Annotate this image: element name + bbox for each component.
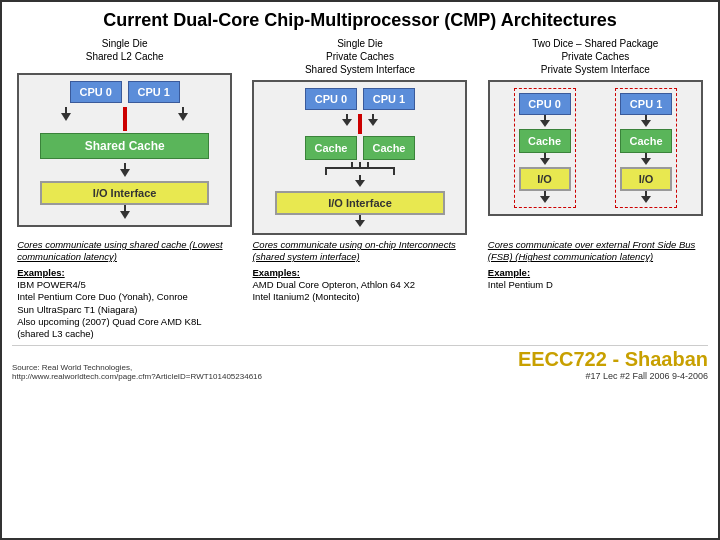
arch2-main-desc: Cores communicate using on-chip Intercon… (252, 239, 467, 264)
descriptions-container: Cores communicate using shared cache (Lo… (12, 239, 708, 341)
footer: Source: Real World Technologies, http://… (12, 345, 708, 381)
arch2-examples-label: Examples: (252, 267, 300, 278)
arch3-io1: I/O (620, 167, 672, 191)
arch3-desc-col: Cores communicate over external Front Si… (488, 239, 703, 341)
slide: Current Dual-Core Chip-Multiprocessor (C… (0, 0, 720, 540)
arch3-cache0: Cache (519, 129, 571, 153)
arch2-io: I/O Interface (275, 191, 444, 215)
arch3-diagram: CPU 0 Cache I/O CPU 1 Cache (488, 80, 703, 216)
arch2-cache-row: Cache Cache (305, 136, 415, 160)
arch1-cpu-row: CPU 0 CPU 1 (70, 81, 180, 103)
arch1-examples-label: Examples: (17, 267, 65, 278)
arch2-cpu0: CPU 0 (305, 88, 357, 110)
arch1-diagram: CPU 0 CPU 1 Shared Cache (17, 73, 232, 227)
arch1-main-desc: Cores communicate using shared cache (Lo… (17, 239, 232, 264)
page-title: Current Dual-Core Chip-Multiprocessor (C… (12, 10, 708, 31)
architectures-container: Single Die Shared L2 Cache CPU 0 CPU 1 (12, 37, 708, 235)
arch2-desc-col: Cores communicate using on-chip Intercon… (252, 239, 467, 341)
arch2-cpu-row: CPU 0 CPU 1 (305, 88, 415, 110)
arch3-main-desc: Cores communicate over external Front Si… (488, 239, 703, 264)
arch2-cpu1: CPU 1 (363, 88, 415, 110)
arch3-cpu1: CPU 1 (620, 93, 672, 115)
arch1-shared-cache: Shared Cache (40, 133, 209, 159)
arch2-cache1: Cache (363, 136, 415, 160)
footer-slide-info: #17 Lec #2 Fall 2006 9-4-2006 (585, 371, 708, 381)
footer-source: Source: Real World Technologies, http://… (12, 363, 262, 381)
arch2-cache0: Cache (305, 136, 357, 160)
arch1-examples: IBM POWER4/5 Intel Pentium Core Duo (Yon… (17, 279, 232, 341)
arch2-examples: AMD Dual Core Opteron, Athlon 64 X2 Inte… (252, 279, 467, 304)
arch3-cpu0: CPU 0 (519, 93, 571, 115)
footer-badge: EECC722 - Shaaban (518, 348, 708, 371)
arch1-column: Single Die Shared L2 Cache CPU 0 CPU 1 (17, 37, 232, 235)
arch3-examples-label: Example: (488, 267, 530, 278)
arch1-label: Single Die Shared L2 Cache (86, 37, 164, 69)
arch1-io: I/O Interface (40, 181, 209, 205)
arch1-desc-col: Cores communicate using shared cache (Lo… (17, 239, 232, 341)
arch3-label: Two Dice – Shared Package Private Caches… (532, 37, 658, 76)
arch3-examples: Intel Pentium D (488, 279, 703, 291)
arch2-diagram: CPU 0 CPU 1 Cache Cache (252, 80, 467, 235)
arch1-cpu0: CPU 0 (70, 81, 122, 103)
arch3-cache1: Cache (620, 129, 672, 153)
arch3-io0: I/O (519, 167, 571, 191)
arch2-label: Single Die Private Caches Shared System … (305, 37, 415, 76)
arch2-column: Single Die Private Caches Shared System … (252, 37, 467, 235)
arch1-cpu1: CPU 1 (128, 81, 180, 103)
arch3-column: Two Dice – Shared Package Private Caches… (488, 37, 703, 235)
